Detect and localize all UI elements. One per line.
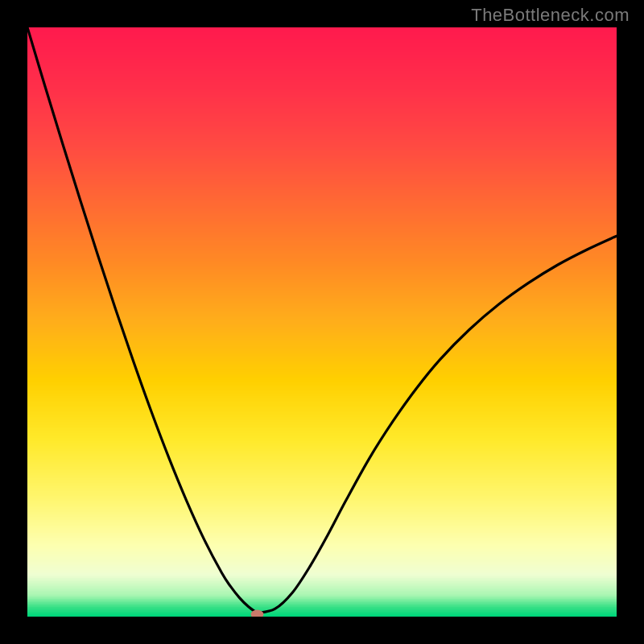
bottleneck-curve — [27, 27, 617, 613]
chart-frame: TheBottleneck.com — [0, 0, 644, 644]
plot-area — [27, 27, 617, 617]
watermark-text: TheBottleneck.com — [471, 5, 630, 26]
curve-layer — [27, 27, 617, 617]
